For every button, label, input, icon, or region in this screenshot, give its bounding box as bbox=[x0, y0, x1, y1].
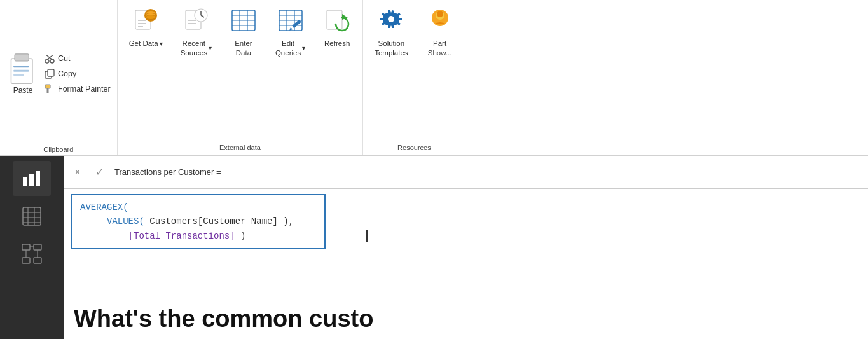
edit-queries-arrow-icon: ▾ bbox=[302, 44, 305, 52]
page-content-area: What's the common custo bbox=[64, 299, 868, 339]
enter-data-button[interactable]: Enter Data bbox=[224, 4, 263, 60]
edit-queries-icon bbox=[278, 6, 303, 37]
get-data-arrow-icon: ▾ bbox=[160, 39, 163, 48]
svg-point-17 bbox=[146, 15, 156, 20]
svg-rect-10 bbox=[48, 69, 54, 76]
svg-rect-59 bbox=[22, 258, 30, 263]
scissors-icon bbox=[45, 53, 55, 64]
resources-items: Solution Templates Part Show... bbox=[369, 4, 458, 142]
recent-sources-icon-area bbox=[183, 6, 209, 37]
solution-templates-icon bbox=[378, 6, 404, 37]
sidebar-item-report[interactable] bbox=[13, 161, 51, 196]
closing-paren: ) bbox=[240, 231, 245, 241]
svg-rect-1 bbox=[15, 53, 29, 60]
refresh-icon-area bbox=[324, 6, 350, 37]
recent-sources-button[interactable]: Recent Sources ▾ bbox=[176, 4, 217, 60]
svg-point-6 bbox=[50, 59, 54, 63]
formula-bar: × ✓ Transactions per Customer = bbox=[64, 156, 868, 189]
formula-line-3: [Total Transactions] ) bbox=[80, 229, 317, 243]
resources-group: Solution Templates Part Show... Resource… bbox=[363, 0, 465, 155]
part-show-icon-area bbox=[427, 6, 453, 37]
svg-rect-11 bbox=[45, 85, 50, 88]
resources-group-label: Resources bbox=[369, 142, 458, 153]
paste-label: Paste bbox=[13, 86, 33, 95]
total-transactions-measure: [Total Transactions] bbox=[128, 231, 235, 241]
svg-rect-3 bbox=[13, 69, 29, 71]
paste-icon bbox=[9, 53, 37, 85]
get-data-icon-area bbox=[132, 6, 159, 37]
cut-button[interactable]: Cut bbox=[42, 52, 113, 65]
formula-content-area[interactable]: AVERAGEX( VALUES( Customers[Customer Nam… bbox=[64, 189, 868, 299]
part-show-icon bbox=[427, 6, 453, 37]
external-data-group: Get Data ▾ bbox=[118, 0, 364, 155]
solution-templates-button[interactable]: Solution Templates bbox=[369, 4, 413, 60]
get-data-label: Get Data ▾ bbox=[129, 39, 163, 48]
values-keyword: VALUES( bbox=[107, 216, 144, 226]
svg-line-8 bbox=[46, 55, 52, 59]
svg-rect-50 bbox=[36, 171, 40, 186]
refresh-button[interactable]: Refresh bbox=[318, 4, 356, 51]
formula-area: × ✓ Transactions per Customer = AVERAGEX… bbox=[64, 156, 868, 339]
bar-chart-icon bbox=[22, 169, 42, 189]
enter-data-label: Enter Data bbox=[235, 39, 252, 58]
enter-data-icon bbox=[231, 6, 256, 37]
formula-bar-actions: × ✓ bbox=[69, 163, 108, 181]
formula-confirm-button[interactable]: ✓ bbox=[90, 163, 108, 181]
sidebar-item-model[interactable] bbox=[13, 236, 51, 271]
solution-templates-label: Solution Templates bbox=[375, 39, 408, 58]
model-icon bbox=[22, 244, 42, 264]
values-arg: Customers[Customer Name] ), bbox=[149, 216, 294, 226]
clipboard-group-top: Paste Cut bbox=[4, 0, 113, 143]
paste-button[interactable]: Paste bbox=[4, 4, 42, 143]
page-heading: What's the common custo bbox=[74, 305, 858, 333]
ribbon: Paste Cut bbox=[0, 0, 868, 156]
text-cursor bbox=[366, 230, 368, 242]
bottom-area: × ✓ Transactions per Customer = AVERAGEX… bbox=[0, 156, 868, 339]
recent-sources-arrow-icon: ▾ bbox=[209, 44, 212, 52]
svg-rect-49 bbox=[29, 174, 34, 186]
copy-label: Copy bbox=[58, 69, 76, 78]
cut-label: Cut bbox=[58, 54, 70, 63]
svg-point-47 bbox=[437, 11, 443, 17]
solution-templates-icon-area bbox=[378, 6, 404, 37]
averagex-keyword: AVERAGEX( bbox=[80, 202, 128, 212]
clipboard-small-buttons: Cut Copy Format Painter bbox=[42, 4, 113, 143]
external-data-items: Get Data ▾ bbox=[124, 4, 357, 142]
copy-icon bbox=[45, 69, 55, 79]
refresh-label: Refresh bbox=[324, 39, 350, 48]
sidebar-item-table[interactable] bbox=[13, 198, 51, 233]
svg-rect-42 bbox=[327, 10, 342, 29]
svg-rect-12 bbox=[47, 88, 49, 93]
format-painter-button[interactable]: Format Painter bbox=[42, 83, 113, 95]
formula-box[interactable]: AVERAGEX( VALUES( Customers[Customer Nam… bbox=[71, 194, 326, 249]
edit-queries-label: Edit Queries ▾ bbox=[275, 39, 305, 58]
format-painter-label: Format Painter bbox=[58, 85, 111, 93]
refresh-icon bbox=[324, 6, 350, 37]
clipboard-group: Paste Cut bbox=[0, 0, 118, 155]
svg-rect-48 bbox=[23, 177, 27, 186]
svg-point-5 bbox=[45, 59, 49, 63]
edit-queries-icon-area bbox=[277, 6, 304, 37]
get-data-icon bbox=[133, 6, 158, 37]
external-data-group-label: External data bbox=[124, 142, 357, 153]
formula-line-1: AVERAGEX( bbox=[80, 200, 317, 214]
recent-sources-label: Recent Sources ▾ bbox=[181, 39, 212, 58]
svg-point-44 bbox=[388, 16, 394, 22]
enter-data-icon-area bbox=[230, 6, 257, 37]
part-show-label: Part Show... bbox=[428, 39, 452, 58]
formula-cancel-button[interactable]: × bbox=[69, 163, 86, 181]
format-painter-icon bbox=[45, 84, 55, 94]
clipboard-group-label: Clipboard bbox=[4, 143, 113, 155]
copy-button[interactable]: Copy bbox=[42, 67, 113, 80]
formula-line-2: VALUES( Customers[Customer Name] ), bbox=[80, 214, 317, 228]
svg-rect-2 bbox=[13, 66, 29, 67]
get-data-button[interactable]: Get Data ▾ bbox=[124, 4, 168, 51]
left-sidebar bbox=[0, 156, 64, 339]
table-icon bbox=[22, 206, 42, 226]
edit-queries-button[interactable]: Edit Queries ▾ bbox=[270, 4, 310, 60]
svg-rect-57 bbox=[22, 244, 30, 250]
svg-rect-4 bbox=[13, 74, 24, 76]
svg-rect-60 bbox=[34, 258, 41, 263]
recent-sources-icon bbox=[183, 6, 209, 37]
part-show-button[interactable]: Part Show... bbox=[421, 4, 459, 60]
